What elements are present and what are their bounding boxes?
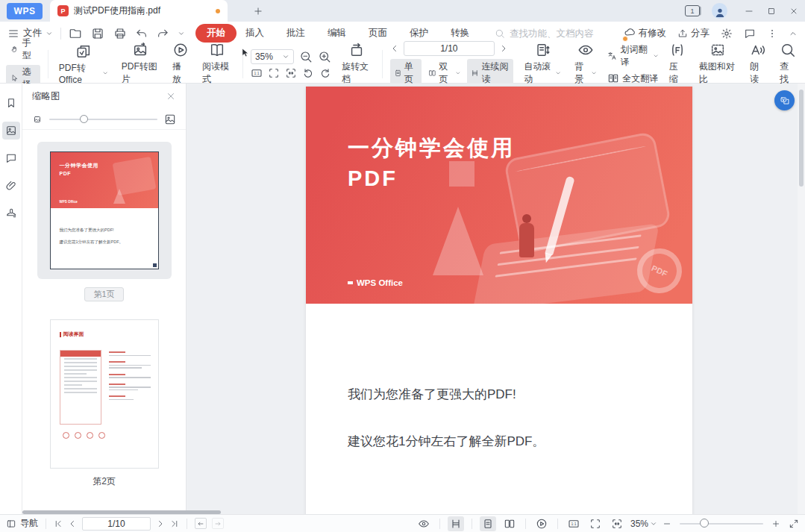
rotate-document-button[interactable]: 旋转文档 xyxy=(339,42,375,86)
tab-annotate[interactable]: 批注 xyxy=(286,27,305,40)
auto-scroll-button[interactable]: 自动滚动 xyxy=(521,42,564,86)
last-page-icon[interactable] xyxy=(170,519,179,528)
statusbar-page-input[interactable] xyxy=(82,517,151,531)
fit-page-button[interactable] xyxy=(587,516,604,531)
single-page-mode-button[interactable]: 单页 xyxy=(390,59,422,87)
wps-home-button[interactable]: WPS xyxy=(7,3,43,19)
close-panel-icon[interactable] xyxy=(166,91,176,101)
thumbnail-size-slider[interactable] xyxy=(22,109,186,130)
print-icon[interactable] xyxy=(113,27,127,40)
view-forward-button[interactable] xyxy=(212,518,224,529)
tab-protect[interactable]: 保护 xyxy=(410,27,428,40)
user-avatar[interactable] xyxy=(712,3,727,19)
full-translate-button[interactable]: 全文翻译 xyxy=(607,72,658,85)
thumbnails-panel-button[interactable] xyxy=(2,122,20,140)
zoom-slider-knob[interactable] xyxy=(700,519,709,528)
play-button[interactable]: 播放 xyxy=(169,42,192,86)
find-button[interactable]: 查找 xyxy=(777,42,799,86)
vertical-scrollbar-thumb[interactable] xyxy=(799,90,804,187)
rotate-left-icon[interactable] xyxy=(302,67,314,79)
double-page-mode-button[interactable]: 双页 xyxy=(425,59,464,87)
collapse-ribbon-icon[interactable] xyxy=(789,29,798,38)
word-translate-button[interactable]: 划词翻译 xyxy=(607,43,658,69)
comments-panel-button[interactable] xyxy=(2,149,20,167)
background-toggle-button[interactable] xyxy=(416,516,432,531)
first-page-icon[interactable] xyxy=(54,519,63,528)
feedback-icon[interactable] xyxy=(744,28,756,40)
previous-page-icon[interactable] xyxy=(68,519,77,528)
rotate-right-icon[interactable] xyxy=(319,67,331,79)
zoom-in-plus-icon[interactable] xyxy=(771,519,780,528)
thumbnail-page-2[interactable]: 阅读界面 xyxy=(50,301,159,488)
maximize-button[interactable] xyxy=(760,0,783,22)
minimize-button[interactable] xyxy=(738,0,760,22)
zoom-in-icon[interactable] xyxy=(318,50,331,63)
thumbnail-page-1[interactable]: 一分钟学会使用 PDF WPS Office 我们为您准备了更强大的PDF! 建… xyxy=(37,142,172,279)
next-page-icon[interactable] xyxy=(499,44,508,53)
page-indicator-input[interactable] xyxy=(404,41,495,56)
navigation-toggle-button[interactable]: 导航 xyxy=(6,517,38,530)
tab-start[interactable]: 开始 xyxy=(195,24,237,43)
zoom-level-select[interactable]: 35% xyxy=(251,49,294,64)
redo-icon[interactable] xyxy=(157,28,169,40)
share-button[interactable]: 分享 xyxy=(677,27,710,40)
window-switcher-badge[interactable]: 1 xyxy=(685,5,700,16)
hand-tool-button[interactable]: 手型 xyxy=(6,36,40,63)
search-box[interactable] xyxy=(495,28,624,39)
compress-icon xyxy=(669,42,686,58)
tab-page[interactable]: 页面 xyxy=(369,27,387,40)
pdf-to-office-button[interactable]: PDF转Office xyxy=(56,43,111,85)
next-page-icon[interactable] xyxy=(156,519,165,528)
search-input[interactable] xyxy=(510,28,621,39)
continuous-read-toggle[interactable] xyxy=(448,516,464,531)
tab-convert[interactable]: 转换 xyxy=(451,27,469,40)
slider-track[interactable] xyxy=(49,119,157,120)
fit-width-icon[interactable] xyxy=(285,67,297,79)
bookmarks-panel-button[interactable] xyxy=(2,94,20,112)
document-tab[interactable]: P 测试PDF使用指南.pdf xyxy=(50,0,228,22)
vertical-scrollbar[interactable] xyxy=(798,84,805,514)
zoom-out-icon[interactable] xyxy=(299,50,313,63)
background-button[interactable]: 背景 xyxy=(571,42,600,86)
bookmark-icon xyxy=(5,97,17,109)
play-slideshow-button[interactable] xyxy=(533,516,550,531)
signature-panel-button[interactable] xyxy=(2,204,20,222)
double-page-toggle[interactable] xyxy=(501,516,518,531)
left-icon-rail xyxy=(0,84,22,514)
zoom-out-minus-icon[interactable] xyxy=(663,519,671,528)
save-icon[interactable] xyxy=(91,27,104,40)
slider-knob[interactable] xyxy=(80,115,88,123)
read-mode-button[interactable]: 阅读模式 xyxy=(199,42,235,86)
undo-icon[interactable] xyxy=(136,28,148,40)
zoom-slider[interactable] xyxy=(680,523,763,525)
pdf-to-image-button[interactable]: PDF转图片 xyxy=(119,42,162,86)
actual-size-button[interactable]: 1:1 xyxy=(566,516,582,531)
tab-edit[interactable]: 编辑 xyxy=(328,27,346,40)
document-viewport[interactable]: PDF 一分钟学会使用 PDF WPS Office 我们为您准备了更强大的PD… xyxy=(187,84,805,514)
new-tab-button[interactable] xyxy=(253,6,263,16)
read-aloud-button[interactable]: 朗读 xyxy=(747,42,769,86)
compress-label: 压缩 xyxy=(669,60,686,86)
thumbnail-list[interactable]: 一分钟学会使用 PDF WPS Office 我们为您准备了更强大的PDF! 建… xyxy=(22,130,186,514)
close-window-button[interactable] xyxy=(783,0,805,22)
single-page-toggle[interactable] xyxy=(480,516,496,531)
sync-status[interactable]: 有修改 xyxy=(624,26,667,40)
fullscreen-icon[interactable] xyxy=(789,519,799,529)
quick-access-dropdown-icon[interactable] xyxy=(178,30,185,37)
horizontal-scrollbar-thumb[interactable] xyxy=(22,510,221,514)
tab-insert[interactable]: 插入 xyxy=(245,27,264,40)
fit-page-icon[interactable] xyxy=(268,67,280,79)
statusbar-zoom-select[interactable]: 35% xyxy=(630,519,657,529)
screenshot-compare-button[interactable]: 截图和对比 xyxy=(696,42,739,86)
compress-button[interactable]: 压缩 xyxy=(666,42,689,86)
fit-width-button[interactable] xyxy=(609,516,625,531)
actual-size-icon[interactable]: 1:1 xyxy=(251,67,263,79)
more-options-icon[interactable] xyxy=(767,28,777,39)
previous-page-icon[interactable] xyxy=(390,44,399,53)
settings-gear-icon[interactable] xyxy=(721,28,733,40)
view-back-button[interactable] xyxy=(195,518,207,529)
continuous-read-button[interactable]: 连续阅读 xyxy=(467,59,513,87)
attachments-panel-button[interactable] xyxy=(2,177,20,195)
open-file-icon[interactable] xyxy=(69,27,82,40)
floating-tool-button[interactable] xyxy=(774,90,795,110)
